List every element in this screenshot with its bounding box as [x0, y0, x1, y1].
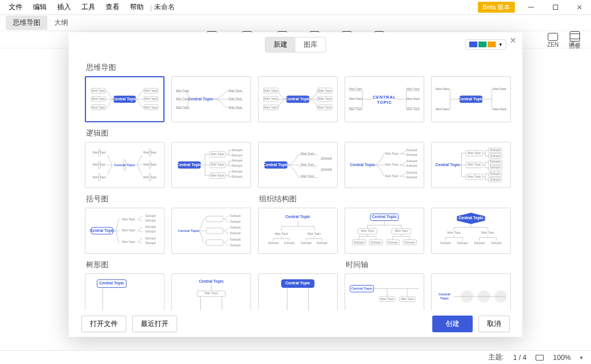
svg-text:Main Topic: Main Topic — [308, 232, 321, 235]
svg-text:Central Topic: Central Topic — [285, 215, 310, 219]
open-file-button[interactable]: 打开文件 — [81, 316, 126, 332]
svg-text:Main Topic: Main Topic — [92, 89, 105, 92]
menu-edit[interactable]: 编辑 — [28, 2, 52, 12]
svg-text:Main Topic: Main Topic — [447, 231, 461, 234]
template-mindmap-1[interactable]: Central Topic Main Topic Main Topic Main… — [85, 76, 164, 122]
fit-to-screen-icon[interactable] — [536, 355, 544, 361]
svg-text:Subtopic: Subtopic — [231, 164, 242, 167]
svg-text:Subtopic: Subtopic — [231, 175, 242, 178]
svg-text:Main Topic: Main Topic — [318, 106, 332, 109]
window-minimize-button[interactable] — [523, 3, 539, 12]
template-logic-5[interactable]: Central Topic Main Topic Main Topic Main… — [431, 142, 511, 188]
svg-text:CENTRAL: CENTRAL — [373, 95, 397, 100]
svg-rect-125 — [206, 216, 223, 222]
svg-text:Subtopic: Subtopic — [145, 230, 156, 233]
svg-text:Subtopic: Subtopic — [406, 171, 417, 174]
svg-text:Main Topic: Main Topic — [318, 89, 332, 92]
template-timeline-1[interactable]: Central Topic Main Topic Main Topic — [345, 273, 424, 310]
menu-file[interactable]: 文件 — [3, 2, 28, 12]
template-org-2[interactable]: Central Topic Main Topic Main Topic Subt… — [345, 208, 424, 254]
menu-insert[interactable]: 插入 — [52, 2, 76, 12]
svg-text:Main Topic: Main Topic — [406, 108, 420, 111]
menu-help[interactable]: 帮助 — [125, 2, 149, 12]
template-mindmap-3[interactable]: Central Topic Main Topic Main Topic Main… — [258, 76, 338, 122]
template-logic-4[interactable]: Central Topic Main TopicMain TopicMain T… — [345, 142, 424, 188]
template-mindmap-2[interactable]: Central Topic Main TopicMain TopicMain T… — [171, 76, 251, 122]
svg-text:Subtopic: Subtopic — [489, 155, 500, 157]
template-mindmap-4[interactable]: CENTRAL TOPIC Main TopicMain TopicMain T… — [345, 76, 424, 122]
create-button[interactable]: 创建 — [432, 316, 473, 332]
template-org-3[interactable]: Central Topic Main TopicMain Topic Subto… — [431, 208, 511, 254]
svg-text:Central Topic: Central Topic — [351, 287, 373, 290]
svg-text:Main Topic: Main Topic — [229, 89, 242, 92]
svg-rect-126 — [206, 228, 223, 234]
section-timeline: Central Topic Main Topic Main Topic Cent… — [345, 273, 511, 310]
recent-files-button[interactable]: 最近打开 — [132, 316, 177, 332]
section-mindmap: Central Topic Main Topic Main Topic Main… — [85, 76, 506, 122]
template-tree-1[interactable]: Central Topic — [85, 273, 164, 310]
svg-text:Subtopic: Subtopic — [268, 242, 279, 245]
svg-rect-127 — [206, 240, 223, 246]
template-brace-1[interactable]: Central Topic Main TopicMain TopicMain T… — [85, 208, 164, 254]
template-tree-3[interactable]: Central Topic — [258, 273, 338, 310]
svg-text:Subtopic: Subtopic — [231, 149, 242, 152]
chevron-down-icon[interactable]: ▾ — [580, 355, 583, 361]
svg-text:Subtopic: Subtopic — [321, 157, 332, 160]
window-close-button[interactable] — [571, 3, 588, 12]
template-timeline-2[interactable]: Central Topic — [431, 273, 511, 310]
svg-text:Main Topic: Main Topic — [481, 231, 495, 234]
svg-text:Subtopic: Subtopic — [354, 241, 365, 244]
svg-text:Subtopic: Subtopic — [321, 168, 332, 171]
theme-picker[interactable]: ▾ — [465, 39, 506, 50]
svg-text:Main Topic: Main Topic — [211, 174, 225, 177]
status-zoom[interactable]: 100% — [553, 354, 571, 362]
theme-swatch-orange — [488, 42, 496, 47]
svg-text:Main Topic: Main Topic — [93, 151, 107, 154]
template-brace-2[interactable]: Central Topic SubtopicSubtopic SubtopicS… — [171, 208, 251, 254]
svg-text:Main Topic: Main Topic — [349, 108, 363, 111]
svg-text:Main Topic: Main Topic — [385, 175, 399, 178]
svg-text:Main Topic: Main Topic — [122, 241, 136, 243]
template-logic-3[interactable]: Central Topic Main Topic Subtopic Main T… — [258, 142, 338, 188]
svg-text:Subtopic: Subtopic — [230, 220, 241, 223]
svg-text:Subtopic: Subtopic — [491, 242, 502, 245]
svg-text:Main Topic: Main Topic — [176, 97, 190, 100]
view-tabs: 思维导图 大纲 — [0, 15, 591, 31]
svg-text:Subtopic: Subtopic — [406, 160, 417, 163]
template-logic-2[interactable]: Central Topic Main Topic Main Topic Main… — [171, 142, 251, 188]
menu-view[interactable]: 查看 — [100, 2, 125, 12]
svg-text:Main Topic: Main Topic — [318, 97, 332, 100]
dialog-tab-new[interactable]: 新建 — [265, 37, 296, 52]
cancel-button[interactable]: 取消 — [478, 316, 510, 332]
template-tree-2[interactable]: Central Topic Main Topic — [171, 273, 251, 310]
template-mindmap-5[interactable]: Central Topic Main TopicMain Topic Main … — [431, 76, 511, 122]
svg-text:Main Topic: Main Topic — [122, 218, 136, 221]
svg-text:Main Topic: Main Topic — [301, 175, 315, 178]
svg-text:Main Topic: Main Topic — [144, 89, 158, 92]
svg-text:Subtopic: Subtopic — [230, 215, 241, 217]
svg-text:Main Topic: Main Topic — [385, 152, 399, 155]
svg-text:Subtopic: Subtopic — [489, 166, 500, 169]
template-org-1[interactable]: Central Topic Main TopicMain Topic Subto… — [258, 208, 338, 254]
svg-text:Subtopic: Subtopic — [406, 153, 417, 156]
menu-tools[interactable]: 工具 — [76, 2, 100, 12]
template-logic-1[interactable]: Central Topic Main Topic Main Topic Main… — [85, 142, 164, 188]
svg-text:Subtopic: Subtopic — [145, 219, 156, 222]
dialog-tab-gallery[interactable]: 图库 — [296, 37, 326, 52]
new-template-dialog: ✕ 新建 图库 ▾ 思维导图 Central Topic M — [69, 32, 522, 337]
window-maximize-button[interactable] — [547, 3, 563, 12]
svg-text:Main Topic: Main Topic — [122, 229, 136, 232]
svg-text:Subtopic: Subtopic — [387, 241, 398, 244]
svg-text:Main Topic: Main Topic — [229, 106, 242, 109]
view-tab-outline[interactable]: 大纲 — [47, 16, 75, 30]
svg-text:Subtopic: Subtopic — [145, 237, 156, 240]
section-brace: Central Topic Main TopicMain TopicMain T… — [85, 208, 251, 254]
svg-text:Main Topic: Main Topic — [380, 298, 394, 301]
status-topic-count: 1 / 4 — [513, 354, 526, 362]
svg-text:Main Topic: Main Topic — [143, 176, 157, 179]
view-tab-mindmap[interactable]: 思维导图 — [6, 16, 47, 30]
svg-text:Central Topic: Central Topic — [458, 216, 483, 220]
svg-text:Main Topic: Main Topic — [144, 97, 158, 100]
section-title-mindmap: 思维导图 — [86, 62, 506, 73]
svg-text:Subtopic: Subtopic — [145, 242, 156, 245]
